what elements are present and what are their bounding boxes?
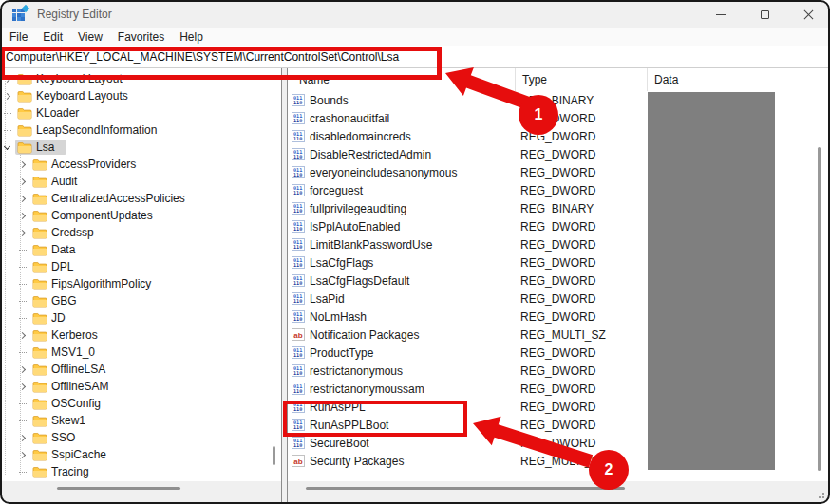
chevron-icon[interactable] [19,352,27,353]
tree-item[interactable]: Kerberos [0,327,281,344]
tree-item[interactable]: KLoader [0,104,281,121]
tree-item-label: OfflineLSA [51,363,105,376]
tree-item[interactable]: Data [0,241,281,258]
registry-value-row[interactable]: 011 110 ab LsaP [288,289,828,308]
tree-item[interactable]: GBG [0,292,281,309]
tree-item[interactable]: MSV1_0 [0,344,281,361]
menu-item[interactable]: View [77,30,104,44]
chevron-icon[interactable] [4,92,10,99]
menu-item[interactable]: Favorites [117,30,165,44]
close-button[interactable] [786,0,830,28]
chevron-icon[interactable] [4,113,11,114]
chevron-icon[interactable] [19,284,27,285]
svg-text:110: 110 [293,406,302,412]
maximize-button[interactable] [743,0,786,28]
menu-item[interactable]: Edit [42,30,64,44]
registry-value-row[interactable]: 011 110 ab cras [288,109,828,127]
tree-vertical-scrollbar[interactable] [273,446,275,465]
tree-item[interactable]: AccessProviders [0,156,281,173]
minimize-button[interactable] [699,0,743,28]
tree-item[interactable]: JD [0,309,281,327]
tree-item[interactable]: Audit [0,173,281,190]
chevron-icon[interactable] [19,160,26,167]
menu-item[interactable]: File [9,30,28,44]
tree-item[interactable]: SSO [0,429,281,446]
chevron-icon[interactable] [19,420,27,421]
tree-item[interactable]: DPL [0,258,281,275]
chevron-icon[interactable] [19,212,26,218]
registry-value-row[interactable]: 011 110 ab full [288,199,828,217]
registry-value-row[interactable]: 011 110 ab Disa [288,145,828,163]
registry-value-row[interactable]: 011 110 ab rest [288,380,828,398]
tree-item[interactable]: ComponentUpdates [0,207,281,224]
column-header-data[interactable]: Data [647,68,828,91]
registry-value-row[interactable]: 011 110 ab forc [288,181,828,199]
chevron-icon[interactable] [19,383,26,389]
registry-value-row[interactable]: 011 110 ab Noti [288,326,828,344]
chevron-icon[interactable] [19,301,27,302]
chevron-icon[interactable] [19,229,26,235]
column-header-type[interactable]: Type [515,68,647,91]
registry-value-row[interactable]: 011 110 ab rest [288,362,828,380]
tree-item-body: Skew1 [30,413,98,428]
chevron-icon[interactable] [19,267,27,268]
pane-splitter[interactable] [281,68,288,502]
chevron-icon[interactable] [19,451,26,457]
tree-item-body: OfflineSAM [30,379,121,394]
tree-item[interactable]: Tracing [0,463,281,480]
chevron-icon[interactable] [4,142,10,149]
registry-value-row[interactable]: 011 110 ab RunA [288,398,828,416]
chevron-icon[interactable] [19,365,26,372]
tree-item-body: ComponentUpdates [30,208,165,223]
registry-value-row[interactable]: 011 110 ab Boun [288,91,828,109]
dword-value-icon: 011 110 [292,202,305,215]
chevron-icon[interactable] [4,75,10,82]
tree-item-label: OfflineSAM [51,380,108,393]
tree-item[interactable]: Credssp [0,224,281,241]
registry-value-row[interactable]: 011 110 ab Secu [288,434,828,452]
chevron-icon[interactable] [19,177,26,184]
chevron-icon[interactable] [19,434,26,440]
tree-item[interactable]: CentralizedAccessPolicies [0,190,281,207]
registry-value-row[interactable]: 011 110 ab ever [288,163,828,181]
tree-item[interactable]: OfflineLSA [0,361,281,378]
value-name: fullprivilegeauditing [310,202,406,215]
tree-item[interactable]: Keyboard Layout [0,70,281,87]
chevron-icon[interactable] [19,195,26,201]
tree-item[interactable]: FipsAlgorithmPolicy [0,275,281,292]
tree-item[interactable]: OSConfig [0,395,281,412]
registry-value-row[interactable]: 011 110 ab RunA [288,416,828,434]
tree-horizontal-scrollbar[interactable] [0,481,281,502]
tree-item[interactable]: SspiCache [0,446,281,463]
registry-value-row[interactable]: 011 110 ab LsaC [288,271,828,289]
registry-value-row[interactable]: 011 110 ab IsPp [288,217,828,235]
tree-item[interactable]: Skew1 [0,412,281,429]
values-horizontal-scrollbar[interactable] [288,481,828,502]
resize-grip[interactable] [817,491,825,499]
folder-icon [32,398,47,410]
chevron-icon[interactable] [19,331,26,338]
registry-value-row[interactable]: 011 110 ab Secu [288,452,828,470]
chevron-icon[interactable] [19,250,27,251]
value-name: RunAsPPLBoot [310,419,388,432]
registry-value-row[interactable]: 011 110 ab Prod [288,344,828,362]
tree-item[interactable]: LeapSecondInformation [0,121,281,139]
registry-value-row[interactable]: 011 110 ab disa [288,127,828,145]
chevron-icon[interactable] [4,130,11,131]
chevron-icon[interactable] [19,472,27,473]
chevron-icon[interactable] [19,403,27,404]
registry-value-row[interactable]: 011 110 ab LsaC [288,253,828,271]
menu-item[interactable]: Help [179,30,204,44]
tree-item[interactable]: Keyboard Layouts [0,87,281,104]
dword-value-icon: 011 110 [292,383,305,395]
folder-icon [32,466,47,478]
registry-value-row[interactable]: 011 110 ab Limi [288,235,828,253]
address-input[interactable] [0,46,830,67]
registry-value-row[interactable]: 011 110 ab NoLm [288,308,828,326]
values-vertical-scrollbar[interactable] [818,147,821,471]
tree-item[interactable]: Lsa [0,139,281,156]
tree-item[interactable]: OfflineSAM [0,378,281,395]
column-header-name[interactable]: Name [288,68,515,91]
chevron-icon[interactable] [19,318,27,319]
svg-text:110: 110 [293,298,302,304]
